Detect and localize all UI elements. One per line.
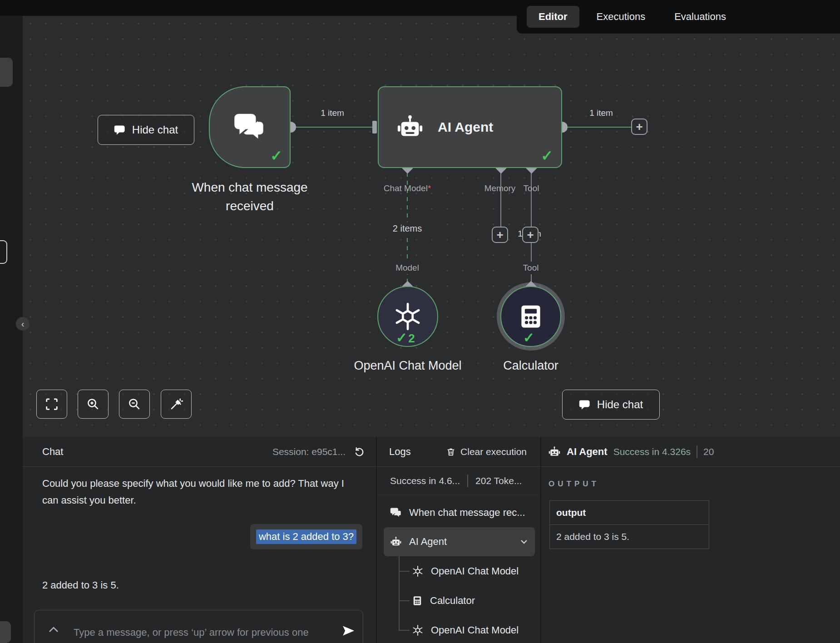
fit-view-icon — [45, 397, 59, 411]
tool-port-label: Tool — [509, 183, 554, 193]
plus-icon: + — [636, 121, 642, 133]
tidy-up-icon — [169, 397, 183, 411]
edge-trigger-items-label: 1 item — [305, 108, 360, 118]
chevron-down-icon[interactable] — [519, 536, 529, 547]
divider — [697, 445, 697, 458]
model-success-check: ✓2 — [396, 330, 415, 346]
execution-tokens: 202 Toke... — [475, 475, 522, 486]
calculator-icon — [412, 595, 423, 606]
sidebar-item-bottom-partial[interactable] — [0, 621, 11, 643]
chevron-up-icon[interactable] — [48, 626, 59, 633]
hide-chat-button-bottom[interactable]: Hide chat — [562, 390, 660, 420]
sidebar-item-outline-partial[interactable] — [0, 240, 7, 264]
log-entry-calculator[interactable]: Calculator — [384, 586, 535, 615]
clear-execution-label: Clear execution — [460, 446, 527, 457]
robot-icon — [548, 445, 561, 458]
robot-icon — [396, 113, 424, 141]
log-entry-label: When chat message rec... — [409, 507, 525, 519]
tidy-up-button[interactable] — [161, 390, 192, 419]
log-entry-label: OpenAI Chat Model — [431, 624, 519, 636]
chat-bubbles-icon — [390, 507, 402, 519]
add-node-after-agent-button[interactable]: + — [631, 119, 647, 135]
sidebar-collapse-button[interactable]: ‹ — [16, 317, 30, 331]
trigger-node-label: When chat message received — [175, 178, 325, 215]
bot-message: 2 added to 3 is 5. — [42, 577, 119, 594]
chat-panel-header: Chat Session: e95c1... — [23, 437, 376, 467]
hide-chat-button-top[interactable]: Hide chat — [98, 115, 194, 145]
edge-trigger-to-agent[interactable] — [291, 127, 373, 128]
output-table: output 2 added to 3 is 5. — [549, 500, 709, 549]
chat-panel-title: Chat — [42, 446, 63, 458]
add-memory-button[interactable]: + — [492, 227, 508, 243]
edge-model-items-label: 2 items — [376, 222, 439, 235]
required-asterisk: * — [428, 183, 431, 193]
output-section-title: OUTPUT — [548, 480, 599, 489]
plus-icon: + — [496, 229, 503, 241]
tab-evaluations[interactable]: Evaluations — [662, 6, 738, 28]
success-check-icon: ✓ — [270, 147, 282, 164]
workflow-editor-screen: ‹ Editor Executions Evaluations 1 item 1… — [0, 0, 840, 643]
log-entry-agent[interactable]: AI Agent — [384, 527, 535, 556]
calculator-icon — [517, 303, 544, 330]
run-count-badge: 2 — [408, 331, 415, 345]
log-entry-model[interactable]: OpenAI Chat Model — [384, 616, 535, 643]
output-table-value: 2 added to 3 is 5. — [550, 525, 709, 549]
view-tabs: Editor Executions Evaluations — [517, 0, 840, 34]
edge-agent-memory[interactable] — [500, 173, 501, 227]
user-message-text: what is 2 added to 3? — [256, 529, 356, 544]
plus-icon: + — [527, 229, 534, 241]
ai-agent-node[interactable]: AI Agent ✓ — [378, 86, 562, 168]
chat-bubble-icon — [114, 124, 126, 136]
log-entry-model[interactable]: OpenAI Chat Model — [384, 557, 535, 586]
success-check-icon: ✓ — [541, 147, 553, 164]
chat-bubble-icon — [579, 399, 591, 411]
clear-execution-button[interactable]: Clear execution — [446, 446, 527, 457]
sidebar-item-partial[interactable] — [0, 58, 13, 87]
zoom-in-icon — [86, 397, 100, 411]
logs-panel-title: Logs — [389, 446, 411, 458]
success-check-icon: ✓ — [523, 330, 534, 345]
chat-bubbles-icon — [233, 111, 266, 143]
calculator-node-label: Calculator — [463, 359, 599, 373]
detail-node-title: AI Agent — [567, 446, 608, 458]
success-check-icon: ✓ — [396, 330, 407, 345]
agent-node-title: AI Agent — [438, 119, 493, 135]
chevron-left-icon: ‹ — [21, 319, 25, 329]
edge-agent-output[interactable] — [568, 127, 631, 128]
divider — [467, 475, 468, 487]
detail-panel-header: AI Agent Success in 4.326s 20 — [541, 437, 840, 467]
tab-editor[interactable]: Editor — [527, 6, 579, 28]
log-entry-label: AI Agent — [409, 536, 447, 548]
chat-message-input[interactable] — [73, 622, 329, 643]
openai-logo-icon — [393, 302, 423, 331]
log-entry-trigger[interactable]: When chat message rec... — [384, 498, 535, 527]
openai-logo-icon — [412, 565, 424, 577]
edge-agent-out-items-label: 1 item — [574, 108, 628, 118]
log-entry-label: OpenAI Chat Model — [431, 565, 519, 577]
hide-chat-label: Hide chat — [132, 124, 178, 136]
send-message-icon[interactable] — [341, 624, 355, 638]
zoom-out-button[interactable] — [119, 390, 150, 419]
trash-icon — [446, 447, 456, 457]
chat-model-port-text: Chat Model — [384, 183, 428, 193]
tab-executions[interactable]: Executions — [585, 6, 657, 28]
node-detail-panel: AI Agent Success in 4.326s 20 OUTPUT out… — [540, 437, 840, 643]
add-tool-button[interactable]: + — [522, 227, 539, 243]
execution-status: Success in 4.6... — [390, 475, 460, 486]
bot-message: Could you please specify what you would … — [42, 475, 353, 509]
chat-trigger-node[interactable]: ✓ — [209, 86, 291, 168]
openai-logo-icon — [412, 624, 424, 636]
zoom-in-button[interactable] — [78, 390, 109, 419]
log-entry-label: Calculator — [430, 595, 475, 607]
chat-input-box — [34, 610, 363, 643]
session-id-label: Session: e95c1... — [272, 446, 346, 457]
hide-chat-label: Hide chat — [597, 398, 643, 411]
tool-port-bottom-label: Tool — [508, 262, 553, 274]
robot-icon — [390, 536, 402, 548]
execution-summary: Success in 4.6... 202 Toke... — [377, 467, 540, 495]
agent-input-port[interactable] — [372, 121, 377, 134]
chat-panel: Chat Session: e95c1... Could you please … — [23, 437, 376, 643]
reset-session-icon[interactable] — [354, 446, 365, 457]
zoom-to-fit-button[interactable] — [36, 390, 67, 419]
logs-panel-header: Logs Clear execution — [377, 437, 540, 467]
